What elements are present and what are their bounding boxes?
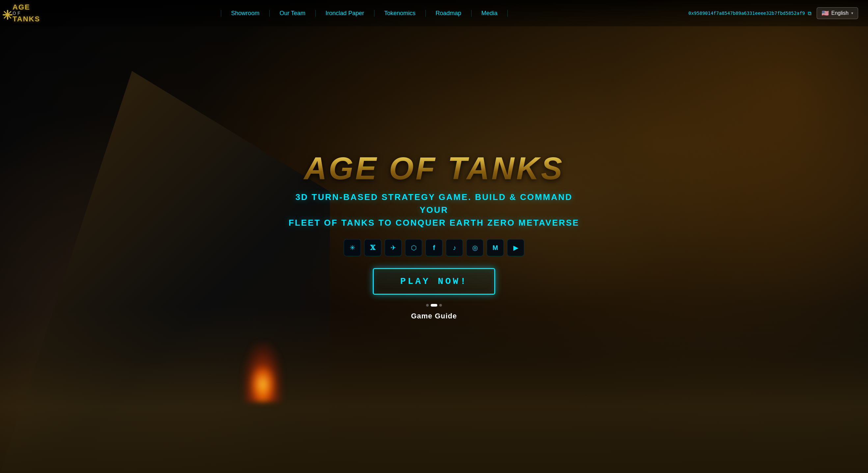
logo-text: AGE OF TANKS xyxy=(12,4,40,23)
flag-icon: 🇺🇸 xyxy=(822,9,829,17)
tiktok-button[interactable]: ♪ xyxy=(446,239,463,256)
linktree-icon: ✳ xyxy=(350,244,355,251)
telegram-button[interactable]: ✈ xyxy=(384,239,402,256)
medium-icon: M xyxy=(493,244,498,251)
language-selector[interactable]: 🇺🇸 English ▾ xyxy=(817,7,858,19)
linktree-button[interactable]: ✳ xyxy=(344,239,361,256)
hero-content: AGE OF TANKS 3D TURN-BASED STRATEGY GAME… xyxy=(286,153,582,320)
nav-ironclad-paper[interactable]: Ironclad Paper xyxy=(316,10,374,17)
play-now-button[interactable]: PLAY NOW! xyxy=(373,268,495,295)
explosion-effect xyxy=(243,343,282,402)
language-label: English xyxy=(832,10,848,16)
youtube-icon: ▶ xyxy=(514,244,518,251)
logo-age: AGE xyxy=(12,4,40,11)
copy-icon[interactable]: ⧉ xyxy=(808,10,811,16)
nav-tokenomics[interactable]: Tokenomics xyxy=(374,10,426,17)
hero-section: AGE OF TANKS Showroom Our Team Ironclad … xyxy=(0,0,868,473)
telegram-icon: ✈ xyxy=(391,244,396,251)
twitter-icon: 𝕏 xyxy=(370,244,375,251)
dot-3 xyxy=(439,304,442,307)
nav-media[interactable]: Media xyxy=(471,10,508,17)
discord-icon: ⬡ xyxy=(411,244,416,251)
medium-button[interactable]: M xyxy=(487,239,504,256)
dot-1 xyxy=(426,304,429,307)
nav-links: Showroom Our Team Ironclad Paper Tokenom… xyxy=(40,10,688,17)
facebook-button[interactable]: f xyxy=(426,239,442,256)
hero-title: AGE OF TANKS xyxy=(286,153,582,184)
nav-showroom[interactable]: Showroom xyxy=(221,10,270,17)
dots-indicator xyxy=(426,304,442,307)
hero-subtitle-line1: 3D TURN-BASED STRATEGY GAME. BUILD & COM… xyxy=(296,192,572,215)
dot-2 xyxy=(431,304,437,307)
hero-subtitle-line2: FLEET OF TANKS TO CONQUER EARTH ZERO MET… xyxy=(289,218,580,228)
social-row: ✳ 𝕏 ✈ ⬡ f ♪ ◎ M ▶ xyxy=(286,239,582,256)
main-nav: AGE OF TANKS Showroom Our Team Ironclad … xyxy=(0,0,868,26)
logo: AGE OF TANKS xyxy=(10,4,40,23)
cross-icon xyxy=(3,10,12,20)
instagram-icon: ◎ xyxy=(472,244,478,251)
nav-roadmap[interactable]: Roadmap xyxy=(426,10,471,17)
hero-subtitle: 3D TURN-BASED STRATEGY GAME. BUILD & COM… xyxy=(286,191,582,229)
tiktok-icon: ♪ xyxy=(453,244,456,251)
youtube-button[interactable]: ▶ xyxy=(507,239,524,256)
nav-right: 0x9589014f7a8547b89a6331eeee32b7fbd5852a… xyxy=(688,7,859,19)
wallet-address-text: 0x9589014f7a8547b89a6331eeee32b7fbd5852a… xyxy=(688,10,805,16)
twitter-button[interactable]: 𝕏 xyxy=(364,239,381,256)
ground-bg xyxy=(0,308,868,473)
instagram-button[interactable]: ◎ xyxy=(466,239,484,256)
facebook-icon: f xyxy=(433,244,435,251)
discord-button[interactable]: ⬡ xyxy=(405,239,422,256)
logo-tanks: TANKS xyxy=(12,15,40,23)
chevron-down-icon: ▾ xyxy=(851,11,853,15)
nav-our-team[interactable]: Our Team xyxy=(270,10,316,17)
game-guide-link[interactable]: Game Guide xyxy=(411,312,457,320)
wallet-address-display: 0x9589014f7a8547b89a6331eeee32b7fbd5852a… xyxy=(688,10,811,16)
